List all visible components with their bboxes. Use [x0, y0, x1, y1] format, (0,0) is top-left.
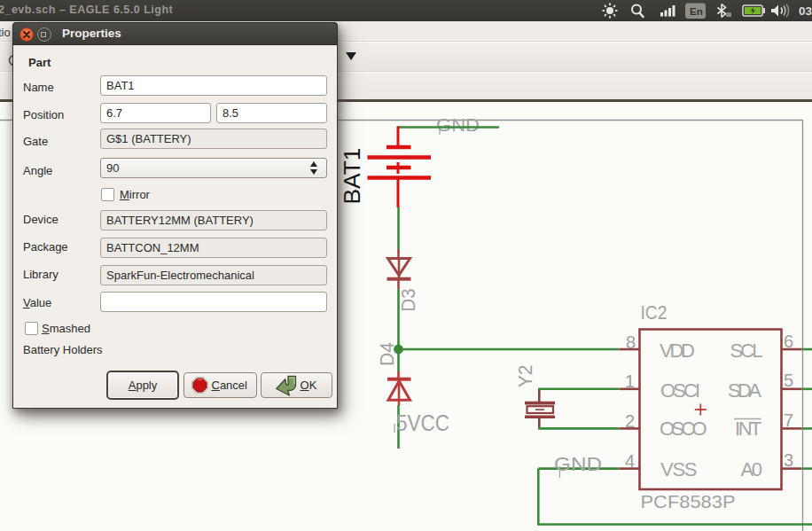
svg-text:5VCC: 5VCC: [396, 410, 449, 435]
svg-text:7: 7: [784, 410, 793, 430]
svg-text:GND: GND: [436, 115, 480, 135]
svg-text:1: 1: [625, 371, 635, 391]
svg-text:INT: INT: [735, 418, 762, 440]
svg-text:2: 2: [625, 411, 635, 431]
svg-text:03: 03: [799, 4, 812, 18]
svg-text:VSS: VSS: [660, 458, 698, 480]
svg-text:SDA: SDA: [728, 379, 761, 402]
svg-text:VDD: VDD: [660, 340, 695, 362]
svg-text:5: 5: [784, 371, 793, 390]
svg-text:IC2: IC2: [641, 301, 668, 324]
svg-text:PCF8583P: PCF8583P: [641, 491, 736, 511]
svg-text:BAT1: BAT1: [339, 148, 365, 205]
svg-text:SCL: SCL: [730, 340, 763, 362]
svg-text:En: En: [690, 6, 703, 17]
svg-text:6: 6: [784, 332, 793, 351]
svg-text:A0: A0: [741, 458, 763, 480]
svg-text:OSCI: OSCI: [660, 379, 700, 402]
svg-text:8: 8: [626, 332, 636, 352]
svg-text:3: 3: [784, 450, 793, 470]
svg-text:D3: D3: [397, 289, 419, 312]
svg-text:OSCO: OSCO: [660, 418, 707, 440]
svg-text:D4: D4: [376, 342, 398, 366]
svg-text:GND: GND: [554, 453, 602, 475]
svg-text:4: 4: [625, 451, 635, 471]
svg-text:Y2: Y2: [514, 364, 536, 387]
